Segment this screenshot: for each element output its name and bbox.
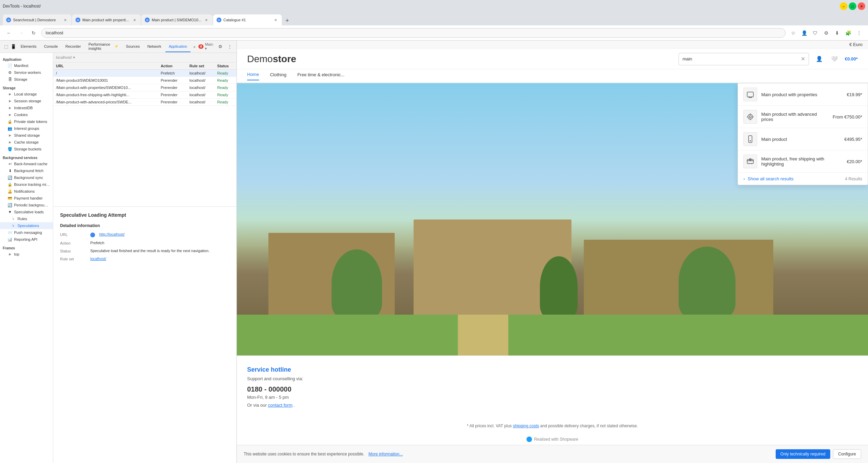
profile-icon[interactable]: 👤 — [799, 28, 809, 38]
breadcrumb-bar: localhost/ ▾ — [53, 53, 236, 63]
detail-ruleset-value[interactable]: localhost/ — [90, 257, 106, 261]
wishlist-icon[interactable]: 🤍 — [830, 54, 839, 64]
tab-recorder[interactable]: Recorder — [62, 41, 84, 52]
more-tabs-button[interactable]: » — [191, 45, 197, 49]
cookie-info-link[interactable]: More information... — [369, 452, 403, 456]
nav-home[interactable]: Home — [247, 72, 259, 80]
tab-application[interactable]: Application — [165, 41, 191, 52]
browser-tab-3[interactable]: G Main product | SWDEMO10... ✕ — [141, 14, 212, 25]
svg-rect-0 — [747, 92, 753, 97]
sidebar-item-background-sync[interactable]: 🔄 Background sync — [0, 174, 53, 181]
downloads-icon[interactable]: ⬇ — [832, 28, 842, 38]
sidebar-item-local-storage[interactable]: ▶ Local storage — [0, 91, 53, 98]
search-input-box[interactable]: main ✕ — [679, 53, 809, 65]
settings-dt-icon[interactable]: ⚙ — [217, 42, 224, 51]
browser-tab-1[interactable]: G Searchresult | Demostore ✕ — [3, 14, 71, 25]
settings-icon[interactable]: ⚙ — [821, 28, 831, 38]
show-all-results[interactable]: › Show all search results 4 Results — [738, 173, 868, 185]
maximize-button[interactable]: □ — [849, 2, 856, 10]
sidebar-item-manifest[interactable]: 📄 Manifest — [0, 62, 53, 69]
tab-performance[interactable]: Performance insights ⚡ — [85, 41, 122, 52]
search-result-2[interactable]: Main product with advanced prices From €… — [738, 106, 868, 128]
sidebar-item-bounce-tracking[interactable]: 🔒 Bounce tracking mitigati... — [0, 181, 53, 188]
browser-tab-4[interactable]: G Catalogue #1 ✕ — [213, 14, 282, 25]
main-area: ⬚ 📱 Elements Console Recorder Performanc… — [0, 41, 868, 463]
sidebar-item-background-fetch[interactable]: ⬇ Background fetch — [0, 167, 53, 174]
tab-sources[interactable]: Sources — [123, 41, 143, 52]
search-dropdown: Main product with properties €19.99* Mai… — [738, 83, 868, 185]
sidebar-item-speculations[interactable]: ↳ Speculations — [0, 222, 53, 229]
devtools-panel: ⬚ 📱 Elements Console Recorder Performanc… — [0, 41, 237, 463]
sidebar-item-speculative-loads[interactable]: ▼ Speculative loads — [0, 208, 53, 215]
configure-button[interactable]: Configure — [833, 449, 861, 459]
sidebar-item-private-state-tokens[interactable]: 🔒 Private state tokens — [0, 118, 53, 125]
nav-clothing[interactable]: Clothing — [270, 72, 287, 80]
url-bar[interactable]: localhost — [41, 28, 786, 38]
close-button[interactable]: ✕ — [858, 2, 865, 10]
new-tab-button[interactable]: + — [282, 16, 292, 25]
sidebar-label-top: top — [14, 252, 19, 256]
table-row[interactable]: /Main-product-with-properties/SWDEMO10..… — [53, 84, 236, 91]
search-result-4[interactable]: Main product, free shipping with highlig… — [738, 150, 868, 173]
sidebar-item-reporting-api[interactable]: 📊 Reporting API — [0, 236, 53, 243]
inspect-icon[interactable]: ⬚ — [3, 42, 9, 51]
table-row[interactable]: /Main-product-with-advanced-prices/SWDE.… — [53, 99, 236, 106]
tab-close-2[interactable]: ✕ — [132, 17, 137, 23]
contact-link[interactable]: contact form — [268, 403, 293, 408]
breadcrumb-text[interactable]: localhost/ ▾ — [56, 55, 75, 60]
tab-network[interactable]: Network — [144, 41, 164, 52]
sidebar-item-storage-buckets[interactable]: 🪣 Storage buckets — [0, 146, 53, 153]
table-row[interactable]: /Main-product/SWDEMO10001 Prerender loca… — [53, 77, 236, 84]
more-icon[interactable]: ⋮ — [854, 28, 864, 38]
search-result-1[interactable]: Main product with properties €19.99* — [738, 83, 868, 106]
table-row[interactable]: / Prefetch localhost/ Ready — [53, 70, 236, 77]
sidebar-item-storage[interactable]: 🗄 Storage — [0, 76, 53, 83]
device-icon[interactable]: 📱 — [10, 42, 16, 51]
account-icon[interactable]: 👤 — [814, 54, 824, 64]
row-url: /Main-product-with-properties/SWDEMO10..… — [53, 84, 158, 91]
sidebar-item-indexeddb[interactable]: ▶ IndexedDB — [0, 104, 53, 111]
tab-elements[interactable]: Elements — [17, 41, 40, 52]
forward-button[interactable]: → — [16, 28, 26, 38]
sidebar-item-rules[interactable]: ↳ Rules — [0, 215, 53, 222]
back-button[interactable]: ← — [4, 28, 14, 38]
show-all-arrow: › — [743, 176, 745, 181]
tab-close-1[interactable]: ✕ — [62, 17, 68, 23]
sidebar-item-shared-storage[interactable]: ▶ Shared storage — [0, 132, 53, 139]
detail-url-value[interactable]: http://localhost/ — [99, 232, 125, 236]
search-result-3[interactable]: Main product €495.95* — [738, 128, 868, 150]
store-hero: Main product with properties €19.99* Mai… — [237, 83, 868, 355]
minimize-button[interactable]: – — [840, 2, 847, 10]
tab-title-1: Searchresult | Demostore — [13, 18, 60, 22]
main-dropdown[interactable]: Main ▾ — [205, 42, 215, 51]
cart-price[interactable]: €0.00* — [845, 56, 858, 61]
sidebar-item-session-storage[interactable]: ▶ Session storage — [0, 98, 53, 104]
search-clear-icon[interactable]: ✕ — [801, 56, 805, 62]
sidebar-item-periodic-bg-sync[interactable]: 🔄 Periodic background sync — [0, 202, 53, 208]
sidebar-item-top-frame[interactable]: ▶ top — [0, 251, 53, 258]
shield-icon[interactable]: 🛡 — [810, 28, 820, 38]
browser-tab-2[interactable]: G Main product with properti... ✕ — [72, 14, 141, 25]
shipping-costs-link[interactable]: shipping costs — [513, 424, 539, 428]
more-dt-icon[interactable]: ⋮ — [226, 42, 234, 51]
tab-close-4[interactable]: ✕ — [273, 17, 278, 23]
shopware-label: Realised with Shopware — [534, 437, 578, 442]
nav-electronics[interactable]: Free time & electronic... — [297, 72, 344, 80]
only-required-button[interactable]: Only technically required — [776, 449, 830, 459]
extensions-icon[interactable]: 🧩 — [843, 28, 853, 38]
row-ruleset: localhost/ — [187, 70, 215, 77]
hero-buildings — [237, 219, 868, 356]
sidebar-item-service-workers[interactable]: ⚙ Service workers — [0, 69, 53, 76]
sidebar-item-notifications[interactable]: 🔔 Notifications — [0, 188, 53, 195]
bookmark-icon[interactable]: ☆ — [788, 28, 798, 38]
sidebar-item-back-forward-cache[interactable]: ↩ Back-forward cache — [0, 160, 53, 167]
sidebar-item-payment-handler[interactable]: 💳 Payment handler — [0, 195, 53, 202]
sidebar-item-interest-groups[interactable]: 👥 Interest groups — [0, 125, 53, 132]
sidebar-item-cookies[interactable]: ▶ Cookies — [0, 111, 53, 118]
sidebar-item-push-messaging[interactable]: 📨 Push messaging — [0, 229, 53, 236]
table-row[interactable]: /Main-product-free-shipping-with-highlig… — [53, 91, 236, 99]
tab-console[interactable]: Console — [40, 41, 61, 52]
tab-close-3[interactable]: ✕ — [204, 17, 209, 23]
sidebar-item-cache-storage[interactable]: ▶ Cache storage — [0, 139, 53, 146]
reload-button[interactable]: ↻ — [29, 28, 38, 38]
